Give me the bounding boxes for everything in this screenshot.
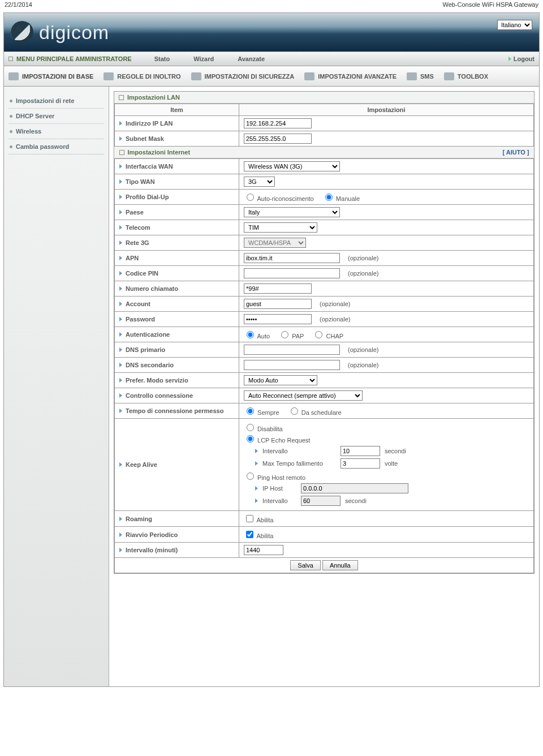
cancel-button[interactable]: Annulla [322,560,358,570]
triangle-icon [119,286,122,291]
rules-icon [104,72,114,80]
dialup-manual-radio[interactable]: Manuale [322,195,360,202]
triangle-icon [119,256,122,260]
triangle-icon [119,302,122,306]
roaming-checkbox[interactable]: Abilita [244,517,273,523]
dns1-input[interactable] [244,345,340,355]
row-dns1: DNS primario (opzionale) [115,342,534,358]
auth-pap-radio[interactable]: PAP [278,333,304,340]
maxfail-label: Max Tempo fallimento [262,460,336,467]
optional-note: (opzionale) [348,255,378,261]
tab-base-settings[interactable]: IMPOSTAZIONI DI BASE [8,72,93,80]
interval-label: Intervallo [262,448,336,454]
bullet-icon [10,115,12,118]
row-dns2: DNS secondario (opzionale) [115,358,534,373]
security-icon [191,72,201,80]
folder-icon [8,72,19,80]
optional-note: (opzionale) [348,346,378,353]
keepalive-ping-radio[interactable]: Ping Host remoto [244,474,305,481]
row-dial-number: Numero chiamato [115,281,534,297]
sidebar-item-dhcp[interactable]: DHCP Server [8,109,104,124]
iphost-label: IP Host [262,485,296,492]
row-wan-type: Tipo WAN 3G [115,174,534,190]
lan-section-header: Impostazioni LAN [114,92,534,104]
logo-text: digicom [39,22,109,44]
tab-security[interactable]: IMPOSTAZIONI DI SICUREZZA [191,72,295,80]
pin-input[interactable] [244,268,340,278]
rete3g-select[interactable]: WCDMA/HSPA [244,238,306,248]
menu-stato[interactable]: Stato [154,55,170,62]
triangle-icon [119,210,122,214]
account-input[interactable] [244,299,312,309]
banner: digicom Italiano [4,13,539,51]
wan-type-select[interactable]: 3G [244,177,275,187]
interval2-input[interactable] [301,496,341,506]
seconds-unit: secondi [385,448,406,454]
telecom-select[interactable]: TIM [244,222,317,233]
sidebar-item-wireless[interactable]: Wireless [8,124,104,139]
dns2-input[interactable] [244,360,340,370]
tab-advanced[interactable]: IMPOSTAZIONI AVANZATE [304,72,397,80]
tab-toolbox[interactable]: TOOLBOX [444,72,488,80]
conn-control-select[interactable]: Auto Reconnect (sempre attivo) [244,390,363,401]
keepalive-lcp-radio[interactable]: LCP Echo Request [244,437,310,444]
password-input[interactable] [244,314,312,324]
triangle-icon [119,363,122,367]
keepalive-disable-radio[interactable]: Disabilita [244,426,283,432]
row-conn-control: Controllo connessione Auto Reconnect (se… [115,388,534,403]
triangle-icon [255,461,258,466]
print-date: 22/1/2014 [5,1,32,8]
conntime-always-radio[interactable]: Sempre [244,409,279,416]
maxfail-input[interactable] [341,458,380,469]
row-reboot-interval: Intervallo (minuti) [115,543,534,558]
row-apn: APN (opzionale) [115,251,534,266]
wan-interface-select[interactable]: Wireless WAN (3G) [244,161,340,171]
admin-menu-label: MENU PRINCIPALE AMMINISTRATORE [16,55,132,62]
logo-icon [11,21,33,44]
sidebar: Impostazioni di rete DHCP Server Wireles… [4,87,109,686]
triangle-icon [119,393,122,398]
save-button[interactable]: Salva [290,560,321,570]
triangle-icon [255,499,258,503]
triangle-icon [255,486,258,491]
triangle-icon [119,271,122,276]
interval-input[interactable] [341,446,380,456]
dialup-auto-radio[interactable]: Auto-riconoscimento [244,195,314,202]
menu-avanzate[interactable]: Avanzate [238,55,265,62]
col-item: Item [115,104,239,116]
bullet-icon [10,145,12,148]
auth-chap-radio[interactable]: CHAP [312,333,343,340]
brand-logo: digicom [4,13,539,51]
prefer-mode-select[interactable]: Modo Auto [244,375,317,385]
conntime-sched-radio[interactable]: Da schedulare [288,409,342,416]
country-select[interactable]: Italy [244,207,340,217]
ip-lan-input[interactable] [244,118,312,128]
triangle-icon [119,195,122,199]
box-icon [8,57,13,61]
tab-strip: IMPOSTAZIONI DI BASE REGOLE DI INOLTRO I… [4,66,539,87]
triangle-icon [119,517,122,521]
subnet-input[interactable] [244,134,312,144]
triangle-icon [119,179,122,184]
row-pin: Codice PIN (opzionale) [115,266,534,281]
menu-wizard[interactable]: Wizard [193,55,214,62]
apn-input[interactable] [244,253,340,263]
tab-sms[interactable]: SMS [407,72,434,80]
iphost-input[interactable] [301,483,408,493]
reboot-interval-input[interactable] [244,545,283,555]
sidebar-item-password[interactable]: Cambia password [8,139,104,154]
dial-number-input[interactable] [244,284,312,294]
reboot-checkbox[interactable]: Abilita [244,532,273,539]
row-subnet: Subnet Mask [115,131,534,147]
tab-forward-rules[interactable]: REGOLE DI INOLTRO [104,72,180,80]
logout-link[interactable]: Logout [508,55,535,62]
language-select[interactable]: Italiano [497,20,532,30]
auth-auto-radio[interactable]: Auto [244,333,270,340]
sidebar-item-network[interactable]: Impostazioni di rete [8,93,104,109]
box-icon [119,95,124,100]
triangle-icon [119,317,122,321]
arrow-icon [508,57,511,61]
optional-note: (opzionale) [320,300,350,307]
row-wan-interface: Interfaccia WAN Wireless WAN (3G) [115,159,534,174]
help-link[interactable]: [ AIUTO ] [502,149,529,156]
